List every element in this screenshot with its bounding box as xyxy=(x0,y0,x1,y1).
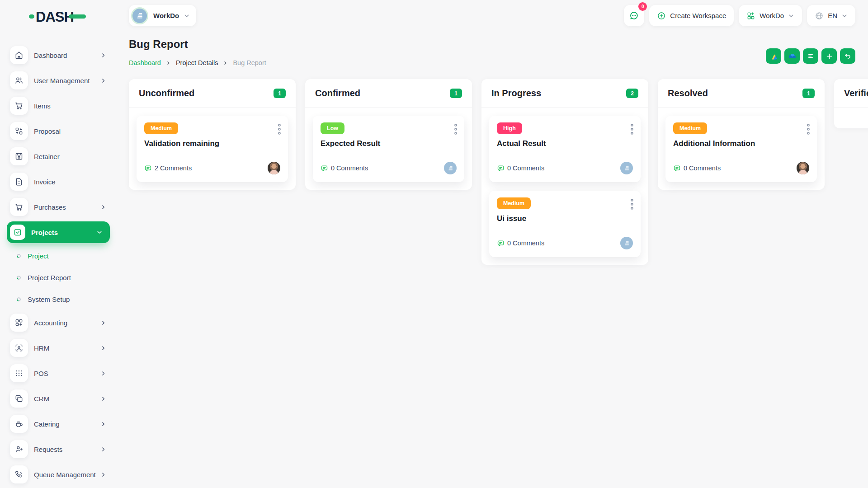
card-footer: 0 Comments xyxy=(497,162,633,174)
column-title: Resolved xyxy=(668,88,708,99)
card-comments[interactable]: 0 Comments xyxy=(321,164,368,172)
card-comments-label: 2 Comments xyxy=(155,164,192,172)
sidebar-item-catering[interactable]: Catering xyxy=(0,411,115,436)
user-focus-icon xyxy=(10,339,28,357)
sidebar-subitem-system-setup[interactable]: System Setup xyxy=(0,288,115,310)
kanban-column-confirmed: Confirmed1LowExpected Result0 Comments xyxy=(305,79,472,190)
sidebar-item-crm[interactable]: CRM xyxy=(0,386,115,411)
card-comments[interactable]: 2 Comments xyxy=(144,164,192,172)
create-workspace-button[interactable]: Create Workspace xyxy=(649,5,734,26)
card-menu-button[interactable] xyxy=(630,123,634,135)
sidebar-subitem-project-report[interactable]: Project Report xyxy=(0,267,115,288)
breadcrumb-item[interactable]: Project Details xyxy=(176,59,218,66)
language-menu-button[interactable]: EN xyxy=(807,5,855,26)
card-title: Additional Information xyxy=(673,139,809,148)
card-menu-button[interactable] xyxy=(807,123,810,135)
chat-bubble-icon xyxy=(629,10,639,21)
sidebar-subitem-project[interactable]: Project xyxy=(0,245,115,267)
home-icon xyxy=(10,46,28,64)
column-body: HighActual Result0 CommentsMediumUi issu… xyxy=(481,108,648,265)
sidebar-item-projects[interactable]: Projects xyxy=(0,220,115,245)
coffee-icon xyxy=(10,415,28,433)
priority-badge: Medium xyxy=(497,197,531,209)
breadcrumb-item[interactable]: Dashboard xyxy=(129,59,161,66)
column-title: Confirmed xyxy=(315,88,360,99)
create-workspace-label: Create Workspace xyxy=(670,12,726,19)
workspace-menu-button[interactable]: WorkDo xyxy=(739,5,802,26)
card-comments[interactable]: 0 Comments xyxy=(497,239,544,247)
card-footer: 0 Comments xyxy=(673,162,809,174)
card-menu-button[interactable] xyxy=(454,123,458,135)
sidebar-item-accounting[interactable]: Accounting xyxy=(0,310,115,335)
chevron-right-icon xyxy=(100,446,106,452)
kanban-card[interactable]: MediumAdditional Information0 Comments xyxy=(665,116,817,182)
kanban-card[interactable]: HighActual Result0 Comments xyxy=(489,116,641,182)
workspace-selector[interactable]: WorkDo xyxy=(129,5,196,26)
breadcrumb-separator-icon xyxy=(223,61,228,66)
comment-icon xyxy=(673,164,681,172)
chevron-right-icon xyxy=(100,204,106,210)
sidebar-item-label: Dashboard xyxy=(34,52,100,59)
globe-icon xyxy=(815,11,824,20)
sidebar-item-hrm[interactable]: HRM xyxy=(0,335,115,361)
kanban-card[interactable]: LowExpected Result0 Comments xyxy=(313,116,464,182)
chevron-down-icon xyxy=(841,13,848,19)
sidebar-item-user-management[interactable]: User Management xyxy=(0,68,115,93)
card-footer: 0 Comments xyxy=(497,237,633,249)
kanban-column-in-progress: In Progress2HighActual Result0 CommentsM… xyxy=(481,79,648,265)
sidebar-item-label: Proposal xyxy=(34,127,106,135)
list-icon xyxy=(807,52,815,60)
sidebar-item-proposal[interactable]: Proposal xyxy=(0,118,115,144)
plus-circle-icon xyxy=(657,11,666,20)
card-comments-label: 0 Comments xyxy=(507,164,544,172)
comment-icon xyxy=(144,164,152,172)
active-pill: Projects xyxy=(7,221,110,243)
kanban-card[interactable]: MediumUi issue0 Comments xyxy=(489,191,641,257)
floppy-icon xyxy=(10,147,28,165)
column-body: MediumAdditional Information0 Comments xyxy=(658,108,825,190)
sidebar-item-requests[interactable]: Requests xyxy=(0,436,115,462)
card-comments[interactable]: 0 Comments xyxy=(673,164,721,172)
workspace-avatar xyxy=(444,162,457,174)
user-plus-icon xyxy=(10,440,28,458)
sidebar-item-purchases[interactable]: Purchases xyxy=(0,194,115,220)
card-title: Actual Result xyxy=(497,139,633,148)
google-drive-button[interactable] xyxy=(766,48,781,64)
card-title: Expected Result xyxy=(321,139,457,148)
chevron-down-icon xyxy=(96,229,103,235)
priority-badge: High xyxy=(497,122,522,134)
check-square-icon xyxy=(10,225,25,240)
dash-logo[interactable]: DASH xyxy=(29,7,88,26)
sidebar-item-retainer[interactable]: Retainer xyxy=(0,144,115,169)
column-body: MediumValidation remaining2 Comments xyxy=(129,108,296,190)
sidebar-item-items[interactable]: Items xyxy=(0,93,115,118)
sidebar-item-label: User Management xyxy=(34,77,100,84)
sidebar-item-label: Retainer xyxy=(34,153,106,160)
sidebar-item-queue-management[interactable]: Queue Management xyxy=(0,462,115,487)
column-count-badge: 1 xyxy=(802,89,815,98)
comment-icon xyxy=(497,164,505,172)
sub-bullet-icon xyxy=(16,253,21,258)
card-comments-label: 0 Comments xyxy=(684,164,721,172)
workspace-menu-label: WorkDo xyxy=(760,12,784,19)
onedrive-button[interactable] xyxy=(784,48,800,64)
sidebar-item-label: Queue Management xyxy=(34,471,100,479)
undo-arrow-button[interactable] xyxy=(840,48,855,64)
sidebar-item-invoice[interactable]: Invoice xyxy=(0,169,115,194)
list-button[interactable] xyxy=(803,48,818,64)
column-title: In Progress xyxy=(491,88,541,99)
card-comments[interactable]: 0 Comments xyxy=(497,164,544,172)
sidebar-item-pos[interactable]: POS xyxy=(0,361,115,386)
chevron-right-icon xyxy=(100,396,106,402)
cart-icon xyxy=(10,97,28,115)
card-menu-button[interactable] xyxy=(630,198,634,210)
card-menu-button[interactable] xyxy=(278,123,281,135)
plus-button[interactable] xyxy=(821,48,837,64)
priority-badge: Medium xyxy=(673,122,707,134)
chevron-right-icon xyxy=(100,52,106,58)
sidebar-item-dashboard[interactable]: Dashboard xyxy=(0,42,115,68)
column-header: Unconfirmed1 xyxy=(129,79,296,108)
kanban-card[interactable]: MediumValidation remaining2 Comments xyxy=(137,116,288,182)
messages-button[interactable]: 0 xyxy=(624,5,644,26)
page-title: Bug Report xyxy=(129,38,188,51)
